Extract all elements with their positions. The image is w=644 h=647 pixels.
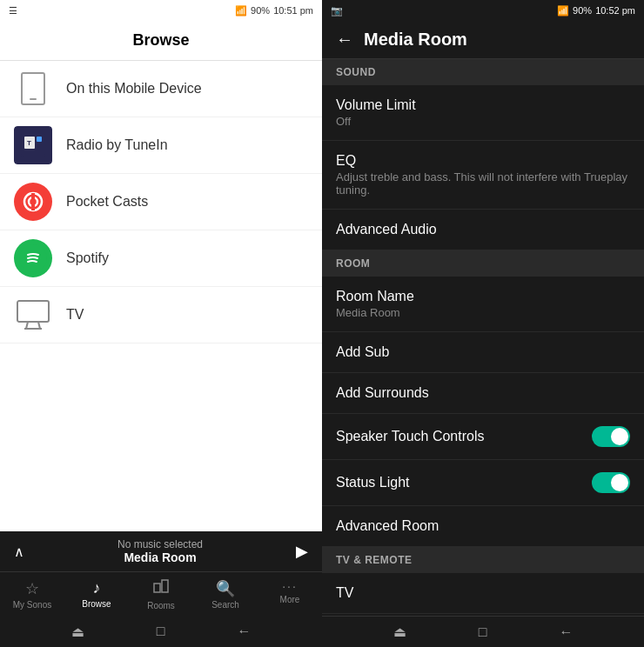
settings-content: SOUND Volume Limit Off EQ Adjust treble … — [322, 59, 644, 616]
advanced-room-text: Advanced Room — [336, 518, 439, 534]
search-label: Search — [211, 600, 239, 610]
room-name-title: Room Name — [336, 289, 414, 304]
rooms-label: Rooms — [147, 601, 175, 610]
recent-apps-button-right[interactable]: ⏏ — [393, 624, 406, 640]
volume-limit-subtitle: Off — [336, 115, 416, 128]
status-right-right-icons: 📶 90% 10:52 pm — [557, 5, 635, 17]
browse-item-spotify[interactable]: Spotify — [0, 230, 322, 287]
eq-subtitle: Adjust treble and bass. This will not in… — [336, 170, 630, 197]
recent-apps-button[interactable]: ⏏ — [71, 624, 84, 640]
status-light-title: Status Light — [336, 475, 410, 490]
bottom-nav: ☆ My Sonos ♪ Browse Rooms 🔍 Search ··· M… — [0, 571, 322, 616]
browse-item-tunein[interactable]: T Radio by TuneIn — [0, 117, 322, 174]
svg-line-12 — [38, 322, 40, 329]
svg-rect-10 — [17, 301, 49, 322]
signal-icon: 📶 — [235, 5, 247, 17]
home-button[interactable]: □ — [157, 624, 165, 639]
settings-item-advanced-room[interactable]: Advanced Room — [322, 506, 644, 547]
settings-item-tv[interactable]: TV — [322, 573, 644, 614]
phone-shape — [21, 72, 45, 105]
tv-title: TV — [336, 585, 353, 601]
mysonos-label: My Sonos — [13, 600, 51, 610]
room-name-label: Media Room — [24, 550, 296, 564]
settings-item-add-surrounds[interactable]: Add Surrounds — [322, 373, 644, 414]
mysonos-icon: ☆ — [25, 579, 39, 598]
room-section-header: ROOM — [322, 250, 644, 277]
settings-item-speaker-touch[interactable]: Speaker Touch Controls — [322, 414, 644, 460]
advanced-room-title: Advanced Room — [336, 518, 439, 534]
eq-text: EQ Adjust treble and bass. This will not… — [336, 153, 630, 197]
android-nav-left: ⏏ □ ← — [0, 616, 322, 647]
search-icon: 🔍 — [216, 579, 235, 598]
pocketcasts-icon — [14, 183, 52, 221]
status-light-text: Status Light — [336, 475, 410, 490]
status-right-icons: 📶 90% 10:51 pm — [235, 5, 313, 17]
mobile-label: On this Mobile Device — [66, 81, 202, 97]
browse-title: Browse — [14, 31, 308, 50]
room-name-text: Room Name Media Room — [336, 289, 414, 319]
nav-item-search[interactable]: 🔍 Search — [193, 577, 258, 612]
spotify-icon — [14, 239, 52, 277]
now-playing-text: No music selected Media Room — [24, 538, 296, 564]
mobile-icon — [14, 70, 52, 108]
settings-item-eq[interactable]: EQ Adjust treble and bass. This will not… — [322, 141, 644, 210]
camera-icon: 📷 — [331, 5, 343, 16]
app-icon: ☰ — [9, 5, 17, 17]
speaker-touch-toggle[interactable] — [592, 426, 630, 447]
nav-item-rooms[interactable]: Rooms — [129, 577, 193, 612]
browse-icon: ♪ — [93, 579, 101, 597]
time-left: 10:51 pm — [273, 5, 313, 16]
home-button-right[interactable]: □ — [479, 624, 487, 640]
now-playing-bar[interactable]: ∧ No music selected Media Room ▶ — [0, 531, 322, 571]
time-right: 10:52 pm — [595, 5, 635, 16]
spotify-icon-wrap — [14, 239, 52, 277]
tv-remote-section-header: TV & REMOTE — [322, 547, 644, 573]
nav-item-mysonos[interactable]: ☆ My Sonos — [0, 577, 64, 612]
svg-rect-15 — [162, 580, 168, 592]
pocketcasts-icon-wrap — [14, 183, 52, 221]
settings-item-room-name[interactable]: Room Name Media Room — [322, 277, 644, 332]
volume-limit-title: Volume Limit — [336, 97, 416, 113]
tv-icon — [16, 299, 50, 330]
svg-rect-8 — [31, 193, 35, 202]
back-button-right[interactable]: ← — [559, 624, 573, 640]
play-button[interactable]: ▶ — [296, 542, 308, 561]
tv-label: TV — [66, 307, 84, 323]
settings-item-volume-limit[interactable]: Volume Limit Off — [322, 85, 644, 141]
right-title: Media Room — [364, 30, 467, 50]
settings-item-advanced-audio[interactable]: Advanced Audio — [322, 210, 644, 250]
add-sub-title: Add Sub — [336, 344, 389, 360]
add-sub-text: Add Sub — [336, 344, 389, 360]
left-panel: ☰ 📶 90% 10:51 pm Browse On this Mobile D… — [0, 0, 322, 647]
sound-section-header: SOUND — [322, 59, 644, 85]
advanced-audio-title: Advanced Audio — [336, 222, 437, 237]
add-surrounds-title: Add Surrounds — [336, 385, 429, 401]
back-button[interactable]: ← — [336, 30, 353, 50]
settings-item-status-light[interactable]: Status Light — [322, 460, 644, 506]
rooms-icon — [153, 579, 169, 599]
nav-item-browse[interactable]: ♪ Browse — [64, 577, 129, 612]
browse-item-mobile[interactable]: On this Mobile Device — [0, 61, 322, 117]
nav-item-more[interactable]: ··· More — [258, 577, 322, 612]
right-panel: 📷 📶 90% 10:52 pm ← Media Room SOUND Volu… — [322, 0, 644, 647]
right-header: ← Media Room — [322, 21, 644, 59]
speaker-touch-title: Speaker Touch Controls — [336, 429, 484, 444]
add-surrounds-text: Add Surrounds — [336, 385, 429, 401]
more-label: More — [280, 595, 300, 604]
tv-text: TV — [336, 585, 353, 601]
browse-item-tv[interactable]: TV — [0, 287, 322, 344]
back-button-left[interactable]: ← — [237, 624, 251, 639]
status-left-icons: ☰ — [9, 5, 17, 17]
pocketcasts-label: Pocket Casts — [66, 194, 148, 210]
browse-item-pocketcasts[interactable]: Pocket Casts — [0, 174, 322, 230]
settings-item-add-sub[interactable]: Add Sub — [322, 332, 644, 373]
status-right-left-icons: 📷 — [331, 5, 343, 17]
status-light-toggle[interactable] — [592, 472, 630, 493]
svg-rect-14 — [154, 584, 160, 592]
speaker-touch-text: Speaker Touch Controls — [336, 429, 484, 444]
more-icon: ··· — [282, 579, 298, 593]
room-name-subtitle: Media Room — [336, 306, 414, 319]
android-nav-right: ⏏ □ ← — [322, 616, 644, 647]
chevron-up-icon[interactable]: ∧ — [14, 544, 24, 560]
signal-icon-right: 📶 — [557, 5, 569, 17]
